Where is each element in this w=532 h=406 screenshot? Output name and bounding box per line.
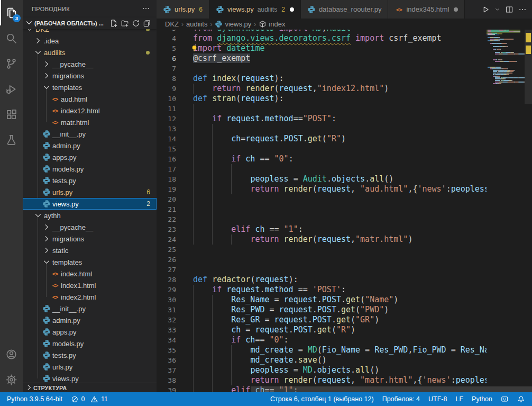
- tree-item-__pycache__[interactable]: __pycache__: [23, 221, 157, 233]
- line-number: 17: [157, 164, 176, 174]
- tree-item-urls.py[interactable]: urls.py: [23, 361, 157, 373]
- refresh-icon[interactable]: [132, 19, 140, 28]
- tree-item-urls.py[interactable]: urls.py6: [23, 186, 157, 198]
- tree-item-.idea[interactable]: .idea: [23, 35, 157, 47]
- breadcrumb-item-views.py[interactable]: views.py: [215, 20, 251, 28]
- tree-item-views.py[interactable]: views.py2: [23, 198, 157, 210]
- tree-item-static[interactable]: static: [23, 245, 157, 256]
- tree-item-__pycache__[interactable]: __pycache__: [23, 58, 157, 70]
- line-number: 27: [157, 265, 176, 275]
- tree-item-index12.html[interactable]: <>index12.html: [23, 105, 157, 116]
- python-file-icon: [42, 165, 51, 173]
- status-feedback[interactable]: [501, 395, 509, 403]
- tree-item-tests.py[interactable]: tests.py: [23, 349, 157, 361]
- tab-label: urls.py: [175, 5, 195, 13]
- status-encoding[interactable]: UTF-8: [428, 395, 447, 403]
- new-folder-icon[interactable]: [121, 19, 129, 28]
- breadcrumb-separator: ›: [181, 21, 184, 28]
- tab-urls.py[interactable]: urls.py6: [157, 0, 209, 19]
- lightbulb-icon[interactable]: [190, 44, 198, 53]
- activity-account-button[interactable]: [0, 341, 23, 367]
- outline-section-header[interactable]: СТРУКТУРА: [23, 383, 157, 392]
- status-notifications[interactable]: [517, 395, 525, 403]
- code-line: 36 md_create.save(): [157, 355, 487, 365]
- tab-database_roouter.py[interactable]: database_roouter.py: [301, 0, 389, 19]
- split-editor-icon[interactable]: [505, 5, 513, 14]
- code-line: 11: [157, 104, 487, 114]
- more-actions-icon[interactable]: [142, 4, 150, 13]
- tree-item-tests.py[interactable]: tests.py: [23, 175, 157, 186]
- tree-item-__init__.py[interactable]: __init__.py: [23, 128, 157, 140]
- unsaved-dot-icon[interactable]: [290, 7, 294, 12]
- tree-item-models.py[interactable]: models.py: [23, 338, 157, 349]
- breadcrumb-item-index[interactable]: index: [259, 20, 285, 28]
- tree-item-audiiits[interactable]: audiiits: [23, 47, 157, 58]
- run-dropdown-icon[interactable]: [494, 6, 500, 12]
- run-python-file-icon[interactable]: [481, 5, 490, 14]
- unsaved-dot-icon[interactable]: [454, 7, 458, 12]
- tree-item-DKZ[interactable]: DKZ: [23, 29, 157, 35]
- tree-item-apps.py[interactable]: apps.py: [23, 151, 157, 163]
- activity-search-button[interactable]: [0, 25, 23, 51]
- activity-run-debug-button[interactable]: [0, 76, 23, 102]
- breadcrumb-item-audiiits[interactable]: audiiits: [186, 20, 207, 28]
- workspace-section-header[interactable]: (РАБОЧАЯ ОБЛАСТЬ) ...: [23, 17, 157, 29]
- tree-item-views.py[interactable]: views.py: [23, 373, 157, 383]
- tree-item-admin.py[interactable]: admin.py: [23, 314, 157, 326]
- activity-explorer-button[interactable]: 3: [0, 0, 23, 25]
- tree-item-aythh[interactable]: aythh: [23, 210, 157, 221]
- status-eol[interactable]: LF: [455, 395, 463, 403]
- breadcrumb-label: DKZ: [165, 20, 179, 28]
- tree-item-index1.html[interactable]: <>index1.html: [23, 279, 157, 291]
- line-number: 21: [157, 204, 176, 214]
- tree-item-templates[interactable]: templates: [23, 82, 157, 93]
- line-number: 28: [157, 275, 176, 285]
- python-file-icon: [42, 153, 51, 161]
- tree-item-models.py[interactable]: models.py: [23, 163, 157, 175]
- tree-item-matr.html[interactable]: <>matr.html: [23, 116, 157, 128]
- tab-index345.html[interactable]: <>index345.html: [388, 0, 465, 19]
- indent-guide: [193, 164, 194, 174]
- tree-item-index.html[interactable]: <>index.html: [23, 268, 157, 279]
- status-problems[interactable]: 011: [71, 395, 108, 403]
- chevron-down-icon: [25, 19, 33, 28]
- activity-settings-button[interactable]: [0, 367, 23, 392]
- explorer-more-icon[interactable]: [142, 4, 150, 14]
- chevron-right-icon: [42, 60, 51, 68]
- minimap[interactable]: [487, 30, 525, 392]
- activity-bar: 3: [0, 0, 23, 392]
- explorer-sidebar: ПРОВОДНИК (РАБОЧАЯ ОБЛАСТЬ) ... DKZ.idea…: [23, 0, 157, 392]
- feedback-icon: [501, 395, 509, 403]
- status-language-mode[interactable]: Python: [472, 395, 492, 403]
- activity-testing-button[interactable]: [0, 127, 23, 152]
- code-text: Res_Name = request.POST.get("Name"): [193, 295, 398, 305]
- tree-item-admin.py[interactable]: admin.py: [23, 140, 157, 151]
- tree-item-index2.html[interactable]: <>index2.html: [23, 291, 157, 303]
- tree-item-apps.py[interactable]: apps.py: [23, 326, 157, 338]
- status-cursor-position[interactable]: Строка 6, столбец 1 (выбрано 12): [270, 395, 374, 403]
- horizontal-scrollbar[interactable]: [251, 386, 532, 392]
- code-editor[interactable]: 3from aythh.models import MD,Audit4from …: [157, 30, 532, 392]
- tree-item-aud.html[interactable]: <>aud.html: [23, 93, 157, 105]
- more-actions-icon[interactable]: [518, 5, 527, 14]
- html-file-icon: <>: [51, 118, 59, 127]
- indent-guide: [193, 144, 194, 154]
- activity-extensions-button[interactable]: [0, 102, 23, 127]
- minimap-line: [488, 61, 525, 62]
- activity-source-control-button[interactable]: [0, 51, 23, 76]
- tree-item-__init__.py[interactable]: __init__.py: [23, 303, 157, 314]
- status-indentation[interactable]: Пробелов: 4: [382, 395, 420, 403]
- minimap-line: [488, 50, 525, 51]
- status-python-version[interactable]: Python 3.9.5 64-bit: [7, 395, 62, 403]
- new-file-icon[interactable]: [109, 19, 118, 28]
- tree-item-migrations[interactable]: migrations: [23, 233, 157, 245]
- breadcrumb-label: views.py: [225, 20, 251, 28]
- collapse-all-icon[interactable]: [143, 19, 151, 28]
- tree-item-label: apps.py: [52, 328, 77, 336]
- tree-item-label: __pycache__: [52, 223, 93, 231]
- breadcrumb-item-DKZ[interactable]: DKZ: [165, 20, 179, 28]
- tab-views.py[interactable]: views.pyaudiiits2: [209, 0, 301, 19]
- tree-item-templates[interactable]: templates: [23, 256, 157, 268]
- tree-item-label: __pycache__: [52, 60, 93, 68]
- tree-item-migrations[interactable]: migrations: [23, 70, 157, 82]
